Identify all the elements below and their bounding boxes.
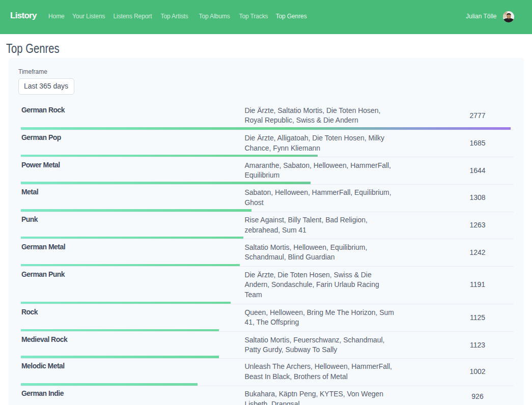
svg-text:Top Genres: Top Genres: [6, 41, 60, 55]
